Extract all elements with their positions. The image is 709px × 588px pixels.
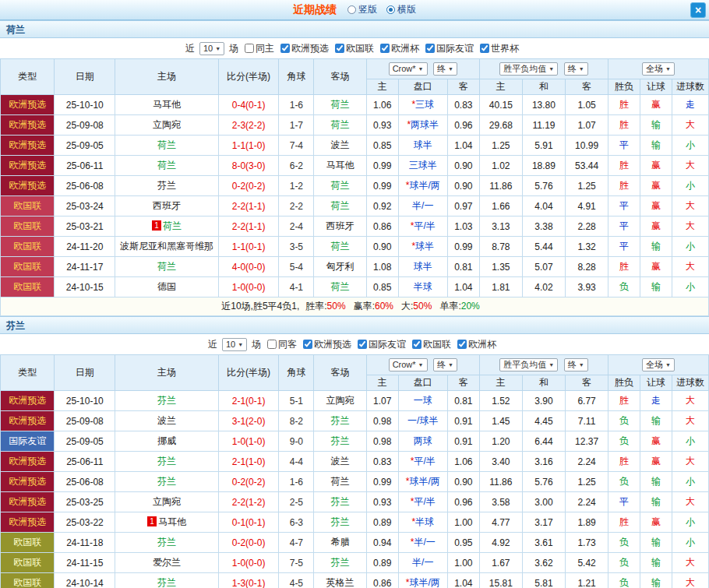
score-cell: 0-2(0-2) — [218, 472, 279, 492]
chevron-down-icon: ▼ — [665, 64, 671, 74]
table-row: 欧洲预选25-06-11荷兰8-0(3-0)6-2马耳他0.99三球半0.901… — [1, 156, 709, 176]
checkbox-input[interactable] — [480, 44, 489, 53]
full-match-select[interactable]: 全场▼ — [642, 62, 675, 76]
odds-home-cell: 1.08 — [366, 257, 398, 277]
recent-count-value: 10 — [226, 340, 235, 350]
avg-draw-cell: 11.19 — [522, 115, 565, 136]
recent-count-select[interactable]: 10▼ — [199, 42, 224, 55]
recent-count-select[interactable]: 10▼ — [222, 338, 247, 351]
date-cell: 24-11-15 — [55, 553, 115, 573]
filter-checkbox-欧国联[interactable]: 欧国联 — [335, 42, 374, 55]
checkbox-input[interactable] — [245, 44, 254, 53]
filter-checkbox-欧洲预选[interactable]: 欧洲预选 — [280, 42, 329, 55]
games-label: 场 — [229, 42, 238, 55]
filter-checkbox-世界杯[interactable]: 世界杯 — [480, 42, 519, 55]
chevron-down-icon: ▼ — [549, 64, 554, 74]
avg-group-header: 胜平负均值▼ 终▼ — [479, 355, 608, 375]
filter-checkbox-同客[interactable]: 同客 — [267, 338, 297, 351]
odds-final-select[interactable]: 终▼ — [433, 358, 457, 371]
home-team-cell: 荷兰 — [115, 136, 219, 156]
bookmaker-select[interactable]: Crow*▼ — [389, 358, 428, 371]
checkbox-input[interactable] — [358, 340, 367, 349]
team-name: 芬兰 — [331, 496, 350, 507]
handicap-cell: *球半/两 — [398, 176, 447, 196]
handicap-text: 平/半 — [414, 496, 435, 507]
full-match-select[interactable]: 全场▼ — [642, 358, 675, 371]
result-wdl-cell: 负 — [608, 553, 640, 573]
handicap-text: 半/一 — [412, 200, 433, 211]
layout-radio-horizontal[interactable]: 横版 — [386, 3, 416, 16]
filter-checkbox-欧国联[interactable]: 欧国联 — [412, 338, 451, 351]
team-name: 荷兰 — [331, 200, 350, 211]
table-row: 欧洲预选25-06-08芬兰0-2(0-2)1-6荷兰0.99*球半/两0.90… — [1, 472, 709, 492]
handicap-text: 平/半 — [414, 220, 435, 231]
layout-radio-vertical[interactable]: 竖版 — [347, 3, 377, 16]
team-name: 立陶宛 — [326, 395, 354, 406]
checkbox-input[interactable] — [335, 44, 344, 53]
summary-stat-label: 赢率: — [354, 301, 375, 312]
chevron-down-icon: ▼ — [418, 360, 424, 370]
checkbox-input[interactable] — [412, 340, 422, 349]
score-cell: 2-2(1-1) — [218, 196, 279, 217]
league-type-cell: 欧国联 — [1, 277, 55, 298]
result-goals-cell: 大 — [672, 196, 708, 217]
checkbox-input[interactable] — [280, 44, 290, 53]
checkbox-input[interactable] — [267, 340, 277, 349]
avg-final-select[interactable]: 终▼ — [564, 358, 588, 371]
league-type-cell: 欧洲预选 — [1, 176, 55, 196]
home-team-cell: 荷兰 — [115, 257, 219, 277]
avg-final-select[interactable]: 终▼ — [564, 62, 588, 76]
wdl-average-select[interactable]: 胜平负均值▼ — [499, 358, 558, 371]
close-button[interactable]: × — [690, 2, 706, 18]
checkbox-input[interactable] — [425, 44, 435, 53]
handicap-text: 三球 — [415, 99, 434, 110]
table-header: 类型 日期 主场 比分(半场) 角球 客场 Crow*▼ 终▼ 胜平负均值▼ 终… — [1, 355, 709, 391]
avg-final-value: 终 — [568, 360, 577, 370]
date-cell: 25-10-10 — [55, 391, 115, 411]
wdl-average-select[interactable]: 胜平负均值▼ — [499, 62, 558, 76]
filter-checkbox-欧洲预选[interactable]: 欧洲预选 — [303, 338, 351, 351]
odds-away-cell: 0.99 — [447, 237, 479, 257]
home-team-cell: 芬兰 — [115, 573, 219, 588]
score-cell: 2-2(1-1) — [218, 217, 279, 237]
checkbox-input[interactable] — [380, 44, 390, 53]
odds-away-cell: 0.91 — [447, 431, 479, 452]
avg-draw-cell: 3.62 — [522, 553, 565, 573]
checkbox-label: 世界杯 — [491, 42, 519, 55]
date-cell: 24-10-14 — [55, 573, 115, 588]
result-handicap-cell: 输 — [640, 115, 672, 136]
radio-label: 横版 — [397, 3, 416, 16]
home-team-cell: 西班牙 — [115, 196, 219, 217]
handicap-cell: *球半/两 — [398, 573, 447, 588]
result-wdl-cell: 平 — [608, 492, 640, 512]
summary-stat: 单率:20% — [439, 301, 479, 312]
chevron-down-icon: ▼ — [215, 44, 220, 54]
home-team-cell: 马耳他 — [115, 95, 219, 115]
summary-cell: 近10场,胜5平4负1,胜率:50%赢率:60%大:50%单率:20% — [1, 298, 709, 316]
checkbox-input[interactable] — [457, 340, 467, 349]
team-name: 波斯尼亚和黑塞哥维那 — [120, 241, 213, 252]
table-body-finland: 欧洲预选25-10-10芬兰2-1(0-1)5-1立陶宛1.07一球0.811.… — [1, 391, 709, 588]
handicap-cell: *平/半 — [398, 217, 447, 237]
table-row: 欧洲预选25-09-05荷兰1-1(1-0)7-4波兰0.85球半1.041.2… — [1, 136, 709, 156]
score-cell: 3-1(2-0) — [218, 411, 279, 431]
team-name: 马耳他 — [326, 160, 354, 171]
date-cell: 24-11-17 — [55, 257, 115, 277]
team-name: 芬兰 — [157, 537, 176, 548]
col-home: 主场 — [115, 59, 219, 95]
chevron-down-icon: ▼ — [448, 360, 453, 370]
filter-checkbox-欧洲杯[interactable]: 欧洲杯 — [380, 42, 419, 55]
corner-cell: 1-2 — [279, 176, 314, 196]
team-name: 芬兰 — [331, 516, 350, 527]
filter-checkbox-国际友谊[interactable]: 国际友谊 — [425, 42, 474, 55]
avg-home-cell: 29.68 — [479, 115, 522, 136]
subcol-handicap: 盘口 — [398, 375, 447, 391]
team-name: 波兰 — [331, 139, 350, 150]
handicap-text: 球半 — [415, 241, 434, 252]
bookmaker-select[interactable]: Crow*▼ — [389, 62, 428, 76]
checkbox-input[interactable] — [303, 340, 312, 349]
filter-checkbox-欧洲杯[interactable]: 欧洲杯 — [457, 338, 496, 351]
filter-checkbox-同主[interactable]: 同主 — [245, 42, 274, 55]
odds-final-select[interactable]: 终▼ — [433, 62, 457, 76]
filter-checkbox-国际友谊[interactable]: 国际友谊 — [358, 338, 406, 351]
